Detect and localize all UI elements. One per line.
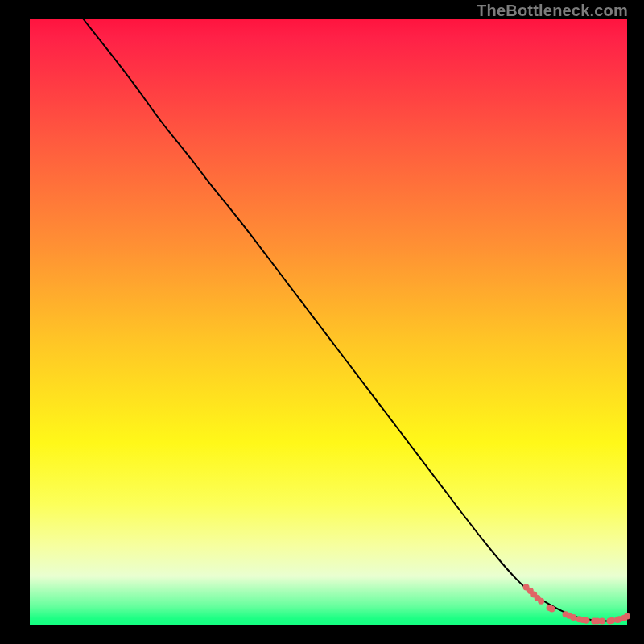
plot-area — [30, 19, 627, 625]
attribution-label: TheBottleneck.com — [477, 2, 628, 20]
chart-frame: TheBottleneck.com — [0, 0, 644, 644]
